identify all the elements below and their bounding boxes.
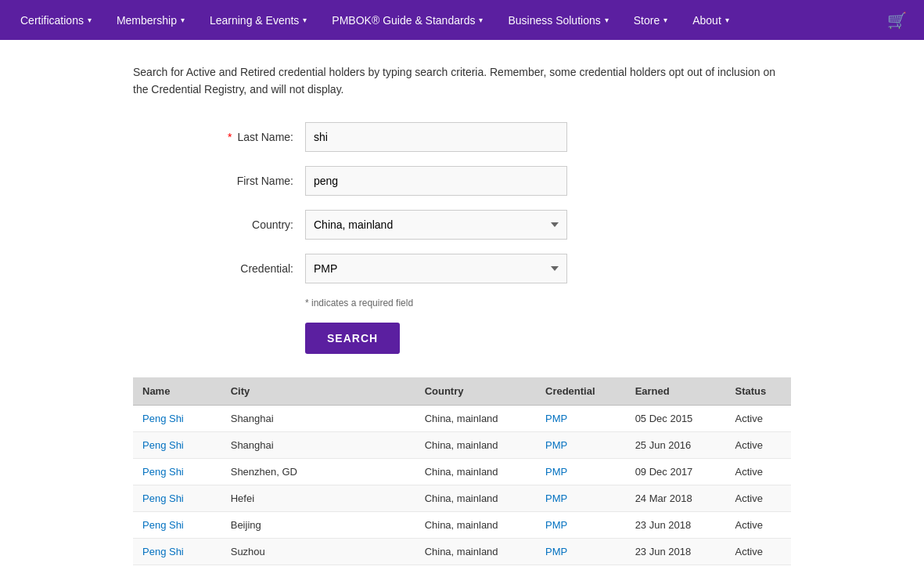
table-row: PENG SHISHENZHEN, GUANGDONGChina, mainla…	[133, 565, 791, 570]
last-name-label: * Last Name:	[133, 131, 305, 143]
name-link[interactable]: Peng Shi	[142, 439, 184, 451]
cell-credential: PMP	[536, 511, 626, 538]
cell-city: Shenzhen, GD	[221, 458, 415, 485]
chevron-down-icon: ▾	[303, 16, 307, 24]
credential-link[interactable]: PMP	[545, 439, 567, 451]
table-row: Peng ShiSuzhouChina, mainlandPMP23 Jun 2…	[133, 538, 791, 565]
credential-select[interactable]: PMPPMI-ACPPMI-RMPPMI-SPPgMPPfMPPMI-PBACA…	[305, 254, 567, 283]
col-header-name: Name	[133, 377, 221, 406]
results-section: NameCityCountryCredentialEarnedStatus Pe…	[133, 377, 791, 570]
cell-city: Shanghai	[221, 431, 415, 458]
name-link[interactable]: Peng Shi	[142, 466, 184, 478]
col-header-credential: Credential	[536, 377, 626, 406]
cell-city: Shanghai	[221, 405, 415, 431]
col-header-city: City	[221, 377, 415, 406]
credential-link[interactable]: PMP	[545, 413, 567, 424]
nav-item-membership[interactable]: Membership▾	[104, 0, 197, 40]
country-label: Country:	[133, 218, 305, 231]
cell-name: Peng Shi	[133, 538, 221, 565]
cell-status: Active	[726, 405, 791, 431]
cell-country: China, mainland	[415, 565, 536, 570]
nav-item-business-solutions[interactable]: Business Solutions▾	[495, 0, 620, 40]
cell-country: China, mainland	[415, 405, 536, 431]
cell-status: Active	[726, 458, 791, 485]
cell-country: China, mainland	[415, 511, 536, 538]
chevron-down-icon: ▾	[605, 16, 609, 24]
cell-country: China, mainland	[415, 458, 536, 485]
nav-item-store[interactable]: Store▾	[621, 0, 680, 40]
search-button[interactable]: SEARCH	[305, 323, 400, 354]
cell-status: Active	[726, 565, 791, 570]
col-header-status: Status	[726, 377, 791, 406]
cell-credential: PMP	[536, 565, 626, 570]
required-star: *	[228, 131, 232, 143]
col-header-country: Country	[415, 377, 536, 406]
cell-name: Peng Shi	[133, 511, 221, 538]
nav-item-certifications[interactable]: Certifications▾	[8, 0, 104, 40]
cell-name: Peng Shi	[133, 431, 221, 458]
cell-city: Suzhou	[221, 538, 415, 565]
cell-credential: PMP	[536, 458, 626, 485]
search-form: * Last Name: First Name: Country: China,…	[133, 122, 791, 354]
cell-status: Active	[726, 538, 791, 565]
credential-link[interactable]: PMP	[545, 492, 567, 504]
table-row: Peng ShiHefeiChina, mainlandPMP24 Mar 20…	[133, 485, 791, 511]
required-note: * indicates a required field	[305, 298, 791, 308]
nav-item-about[interactable]: About▾	[680, 0, 742, 40]
cell-name: Peng Shi	[133, 405, 221, 431]
credential-link[interactable]: PMP	[545, 466, 567, 478]
chevron-down-icon: ▾	[479, 16, 483, 24]
country-select[interactable]: China, mainlandUnited StatesIndiaJapanGe…	[305, 210, 567, 240]
last-name-row: * Last Name:	[133, 122, 791, 152]
credential-row: Credential: PMPPMI-ACPPMI-RMPPMI-SPPgMPP…	[133, 254, 791, 283]
cell-status: Active	[726, 511, 791, 538]
table-head: NameCityCountryCredentialEarnedStatus	[133, 377, 791, 406]
cell-credential: PMP	[536, 431, 626, 458]
first-name-row: First Name:	[133, 166, 791, 196]
nav-item-pmbok[interactable]: PMBOK® Guide & Standards▾	[319, 0, 495, 40]
cell-earned: 23 Jun 2018	[626, 565, 726, 570]
nav-item-learning-events[interactable]: Learning & Events▾	[197, 0, 319, 40]
main-content: Search for Active and Retired credential…	[0, 40, 924, 570]
cell-city: SHENZHEN, GUANGDONG	[221, 565, 415, 570]
cell-earned: 25 Jun 2016	[626, 431, 726, 458]
chevron-down-icon: ▾	[88, 16, 92, 24]
cell-status: Active	[726, 431, 791, 458]
chevron-down-icon: ▾	[725, 16, 729, 24]
cell-earned: 23 Jun 2018	[626, 511, 726, 538]
chevron-down-icon: ▾	[663, 16, 667, 24]
name-link[interactable]: Peng Shi	[142, 546, 184, 557]
cart-icon[interactable]: 🛒	[878, 11, 916, 30]
cell-earned: 05 Dec 2015	[626, 405, 726, 431]
credential-label: Credential:	[133, 262, 305, 275]
cell-earned: 23 Jun 2018	[626, 538, 726, 565]
name-link[interactable]: Peng Shi	[142, 413, 184, 424]
chevron-down-icon: ▾	[181, 16, 185, 24]
name-link[interactable]: Peng Shi	[142, 519, 184, 531]
main-nav: Certifications▾Membership▾Learning & Eve…	[0, 0, 924, 40]
table-row: Peng ShiShenzhen, GDChina, mainlandPMP09…	[133, 458, 791, 485]
cell-status: Active	[726, 485, 791, 511]
table-row: Peng ShiBeijingChina, mainlandPMP23 Jun …	[133, 511, 791, 538]
table-header-row: NameCityCountryCredentialEarnedStatus	[133, 377, 791, 406]
cell-name: PENG SHI	[133, 565, 221, 570]
cell-name: Peng Shi	[133, 485, 221, 511]
results-table: NameCityCountryCredentialEarnedStatus Pe…	[133, 377, 791, 570]
cell-city: Beijing	[221, 511, 415, 538]
cell-city: Hefei	[221, 485, 415, 511]
country-row: Country: China, mainlandUnited StatesInd…	[133, 210, 791, 240]
cell-credential: PMP	[536, 538, 626, 565]
credential-link[interactable]: PMP	[545, 546, 567, 557]
table-row: Peng ShiShanghaiChina, mainlandPMP05 Dec…	[133, 405, 791, 431]
table-row: Peng ShiShanghaiChina, mainlandPMP25 Jun…	[133, 431, 791, 458]
cell-country: China, mainland	[415, 485, 536, 511]
first-name-input[interactable]	[305, 166, 567, 196]
cell-earned: 09 Dec 2017	[626, 458, 726, 485]
cell-earned: 24 Mar 2018	[626, 485, 726, 511]
name-link[interactable]: Peng Shi	[142, 492, 184, 504]
cell-credential: PMP	[536, 485, 626, 511]
last-name-input[interactable]	[305, 122, 567, 152]
credential-link[interactable]: PMP	[545, 519, 567, 531]
col-header-earned: Earned	[626, 377, 726, 406]
cell-credential: PMP	[536, 405, 626, 431]
